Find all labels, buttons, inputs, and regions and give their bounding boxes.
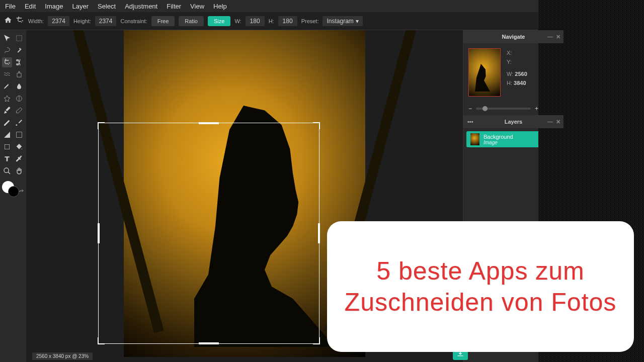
layers-menu-icon[interactable]: •••: [467, 119, 473, 125]
w-value[interactable]: 180: [246, 16, 265, 26]
cut-tool[interactable]: [14, 57, 24, 67]
crop-tool[interactable]: [2, 57, 12, 67]
zoom-tool[interactable]: [2, 166, 12, 176]
tool-palette: [0, 30, 26, 362]
fill-tool[interactable]: [14, 130, 24, 140]
navigate-panel-header: Navigate —✕: [463, 30, 564, 43]
constraint-label: Constraint:: [120, 18, 147, 24]
overlay-title: 5 beste Apps zum Zuschneiden von Fotos: [342, 255, 619, 318]
image-content: [69, 30, 164, 333]
h-label: H:: [269, 18, 274, 24]
layers-title: Layers: [505, 119, 522, 125]
navigate-info: X: Y: W: 2560 H: 3840: [507, 48, 527, 97]
w-label: W:: [234, 18, 241, 24]
heal-tool[interactable]: [2, 94, 12, 104]
wand-tool[interactable]: [14, 45, 24, 55]
layer-thumbnail: [470, 133, 479, 145]
layers-panel-header: ••• Layers —✕: [463, 115, 564, 128]
crop-icon: [16, 16, 24, 26]
layer-label: Background Image: [484, 134, 545, 145]
navigate-thumbnail[interactable]: [468, 48, 501, 97]
chevron-down-icon: ▾: [356, 18, 359, 25]
svg-point-3: [4, 168, 9, 172]
menu-view[interactable]: View: [190, 3, 204, 10]
gradient-tool[interactable]: [2, 130, 12, 140]
eyedropper-tool[interactable]: [14, 154, 24, 164]
text-tool[interactable]: [2, 154, 12, 164]
clone-tool[interactable]: [14, 69, 24, 79]
move-tool[interactable]: [2, 33, 12, 43]
height-label: Height:: [73, 18, 91, 24]
zoom-in-button[interactable]: +: [535, 105, 538, 112]
pen-tool[interactable]: [2, 106, 12, 116]
navigate-title: Navigate: [502, 34, 525, 40]
image-content: [194, 106, 335, 347]
eraser-tool[interactable]: [14, 106, 24, 116]
preset-label: Preset:: [301, 18, 319, 24]
menu-layer[interactable]: Layer: [72, 3, 89, 10]
bucket-tool[interactable]: [14, 142, 24, 152]
menu-help[interactable]: Help: [213, 3, 227, 10]
shape-tool[interactable]: [2, 142, 12, 152]
svg-rect-2: [5, 144, 9, 149]
pencil-tool[interactable]: [2, 118, 12, 128]
dodge-tool[interactable]: [14, 94, 24, 104]
overlay-title-card: 5 beste Apps zum Zuschneiden von Fotos: [327, 221, 634, 352]
zoom-slider[interactable]: [476, 108, 531, 110]
color-swatch[interactable]: [2, 181, 14, 193]
menu-image[interactable]: Image: [45, 3, 63, 10]
close-icon[interactable]: ✕: [556, 119, 560, 125]
marquee-tool[interactable]: [14, 33, 24, 43]
paint-tool[interactable]: [14, 118, 24, 128]
menu-edit[interactable]: Edit: [25, 3, 36, 10]
constraint-free-button[interactable]: Free: [151, 16, 175, 26]
close-icon[interactable]: ✕: [556, 34, 560, 40]
menu-filter[interactable]: Filter: [167, 3, 181, 10]
minimize-icon[interactable]: —: [547, 119, 553, 125]
zoom-out-button[interactable]: −: [468, 105, 472, 112]
brush-tool[interactable]: [2, 81, 12, 92]
width-label: Width:: [28, 18, 44, 24]
lasso-tool[interactable]: [2, 45, 12, 55]
width-value[interactable]: 2374: [48, 16, 69, 26]
crop-handle-l[interactable]: [98, 223, 100, 243]
liquify-tool[interactable]: [2, 69, 12, 79]
blur-tool[interactable]: [14, 81, 24, 92]
status-bar: 2560 x 3840 px @ 23%: [32, 352, 93, 360]
hand-tool[interactable]: [14, 166, 24, 176]
height-value[interactable]: 2374: [95, 16, 117, 26]
h-value[interactable]: 180: [278, 16, 297, 26]
svg-rect-1: [17, 132, 22, 138]
constraint-size-button[interactable]: Size: [208, 16, 230, 26]
constraint-ratio-button[interactable]: Ratio: [179, 16, 204, 26]
crop-handle-bl[interactable]: [98, 337, 105, 344]
menu-file[interactable]: File: [5, 3, 16, 10]
menu-adjustment[interactable]: Adjustment: [125, 3, 157, 10]
home-icon[interactable]: [4, 16, 12, 26]
preset-dropdown[interactable]: Instagram ▾: [323, 16, 362, 26]
minimize-icon[interactable]: —: [547, 34, 553, 40]
menu-select[interactable]: Select: [98, 3, 116, 10]
